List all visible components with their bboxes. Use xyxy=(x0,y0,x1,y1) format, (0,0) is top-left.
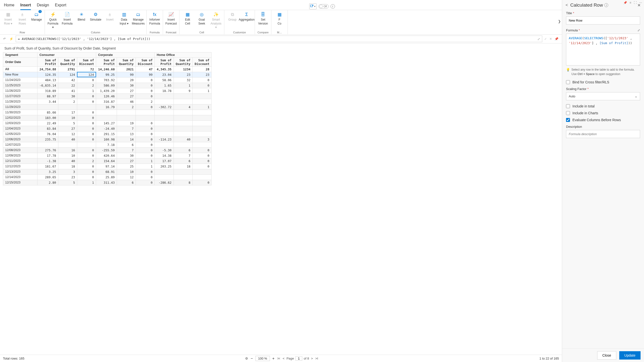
page-next[interactable]: > xyxy=(310,356,314,360)
bind-cross-filter-check[interactable]: Bind for Cross filter/RLS xyxy=(566,80,640,84)
header-seg-consumer: Consumer xyxy=(38,52,96,57)
ribbon-goal-seek[interactable]: ◎GoalSeek xyxy=(196,11,208,27)
formula-editor[interactable]: AVERAGE(SELECTROWS(['12/1/2023' , '12/14… xyxy=(566,34,640,66)
table-row[interactable]: 12/03/202322.4950145.27190 xyxy=(3,120,212,126)
tab-insert[interactable]: Insert xyxy=(20,2,31,10)
page-prev[interactable]: < xyxy=(282,356,285,360)
page-current-input[interactable] xyxy=(296,356,302,360)
tab-design[interactable]: Design xyxy=(37,2,49,10)
formula-text: AVERAGE(SELECTROWS(['12/1/2023' , '12/14… xyxy=(22,37,150,41)
table-row-all[interactable]: All24,754.8827917214,246.602021474,345.3… xyxy=(3,67,212,72)
ribbon-edit-cell[interactable]: ▦EditCell xyxy=(182,11,194,27)
scaling-select[interactable]: Auto ⌄ xyxy=(566,92,640,100)
header-measure: Sum ofProfit xyxy=(155,57,174,67)
ribbon-blend[interactable]: ✳Blend xyxy=(75,11,88,27)
mode-toggle[interactable]: Off xyxy=(318,4,328,9)
header-measure: Sum ofQuantity xyxy=(117,57,136,67)
title-input[interactable] xyxy=(566,17,640,25)
close-button[interactable]: Close xyxy=(597,351,616,359)
ribbon-insert-forecast[interactable]: 📈InsertForecast xyxy=(165,11,177,27)
formula-accept-icon[interactable]: ✓ xyxy=(544,37,547,41)
ribbon-group-forecast: Forecast xyxy=(166,31,176,34)
table-row[interactable]: 12/09/202317.78100420.6430014.3870 xyxy=(3,153,212,158)
formula-expand-icon[interactable]: ⤢ xyxy=(537,37,540,41)
total-rows-label: Total rows: 165 xyxy=(3,356,24,360)
formula-input[interactable]: = AVERAGE(SELECTROWS(['12/1/2023' , '12/… xyxy=(16,36,542,42)
data-table[interactable]: SegmentConsumerCorporateHome OfficeOrder… xyxy=(3,52,212,185)
table-row[interactable]: 12/12/2023181.6718097.14251203.25180 xyxy=(3,164,212,169)
table-row[interactable]: 11/27/202388.97300120.46270 xyxy=(3,94,212,99)
ribbon-set-version[interactable]: 🗄SetVersion xyxy=(257,11,269,27)
formula-cancel-icon[interactable]: ✕ xyxy=(549,37,552,41)
ribbon-scroll-right[interactable]: ❯ xyxy=(558,19,561,23)
table-row[interactable]: 12/07/20237.1860 xyxy=(3,142,212,147)
ribbon-data-input[interactable]: ▥DataInput ▾ xyxy=(118,11,130,27)
formula-prefix: = xyxy=(18,37,20,41)
description-input[interactable] xyxy=(566,130,640,138)
table-row[interactable]: 11/28/20233.4420316.87462 xyxy=(3,99,212,104)
ribbon-insert-formula[interactable]: 📄InsertFormula xyxy=(61,11,73,27)
page-last[interactable]: >I xyxy=(315,356,318,360)
main-tabs: HomeInsertDesignExport xyxy=(0,0,562,10)
panel-info-icon[interactable]: i xyxy=(604,3,608,7)
table-row[interactable]: 12/02/2023183.00100 xyxy=(3,115,212,120)
header-measure: Sum ofQuantity xyxy=(174,57,192,67)
settings-gear-icon[interactable]: ⚙ xyxy=(245,356,248,360)
info-icon[interactable]: i xyxy=(330,4,335,9)
ribbon-group: ⧉Group xyxy=(226,11,238,27)
table-row[interactable]: 11/25/2023-6,835.14222586.093001.6510 xyxy=(3,83,212,88)
panel-back-icon[interactable]: < xyxy=(566,3,568,7)
flash-icon[interactable]: ⚡ xyxy=(9,36,14,41)
pager: I< < Page of 8 > >I xyxy=(277,356,319,360)
ribbon-simulate[interactable]: ⚙Simulate xyxy=(90,11,102,27)
more-icon[interactable]: ⋯ xyxy=(639,1,642,5)
tab-home[interactable]: Home xyxy=(4,2,14,10)
ribbon-manage-measures[interactable]: 🗂ManageMeasures xyxy=(132,11,144,27)
table-row[interactable]: 12/14/2023289.6523025.89120 xyxy=(3,174,212,180)
table-row-new[interactable]: New Row124.3512412499.25999923.042323 xyxy=(3,72,212,77)
header-segment: Segment xyxy=(3,52,38,57)
undo-icon[interactable]: ↶ xyxy=(2,36,7,41)
formula-expand-icon[interactable]: ⤢ xyxy=(638,29,640,32)
table-row[interactable]: 12/15/20232.8051311.4360-286.6280 xyxy=(3,180,212,185)
update-button[interactable]: Update xyxy=(619,351,640,359)
pin-icon[interactable]: 📌 xyxy=(624,1,627,5)
table-row[interactable]: 12/11/2023-1.38402154.6427117.0760 xyxy=(3,158,212,164)
ribbon-inforiver-formula[interactable]: fxInforiverFormula xyxy=(148,11,161,27)
visual-mode-dropdown[interactable]: ▾ xyxy=(309,4,316,9)
ribbon-manage-rows[interactable]: 🗂Manage 1 xyxy=(30,11,43,27)
ribbon-group-column: Column xyxy=(91,31,100,34)
table-row[interactable]: 11/30/202385.66170 xyxy=(3,110,212,115)
calculated-row-panel: < Calculated Row i ✕ Title* Formula * ⤢ … xyxy=(562,0,644,362)
include-charts-check[interactable]: Include in Charts xyxy=(566,111,640,115)
formula-hint: 💡 Select any row in the table to add to … xyxy=(566,68,640,76)
zoom-in[interactable]: + xyxy=(272,356,274,361)
header-measure: Sum ofDiscount xyxy=(77,57,96,67)
ribbon-aggregation[interactable]: ΣAggregation xyxy=(240,11,253,27)
table-row[interactable]: 12/06/2023235.75400160.98140-114.23403 xyxy=(3,137,212,142)
ribbon-quick-formula[interactable]: ⚡QuickFormula ▾ xyxy=(47,11,59,31)
page-label: Page xyxy=(286,356,294,360)
table-row[interactable]: 12/04/202383.84270-24.4070 xyxy=(3,126,212,131)
ribbon-more-co[interactable]: ▦FCo xyxy=(273,11,286,27)
table-row[interactable]: 11/24/2023484.13420703.9220058.06320 xyxy=(3,77,212,83)
tab-export[interactable]: Export xyxy=(55,2,66,10)
ribbon-group-row: Row xyxy=(20,31,25,34)
ribbon-smart-analysis: ✨SmartAnalysis ▾ xyxy=(210,11,222,31)
table-row[interactable]: 11/29/202316.7920-302.7241 xyxy=(3,104,212,110)
formula-pin-icon[interactable]: 📌 xyxy=(554,37,558,41)
expand-icon[interactable]: ⛶ xyxy=(634,1,637,5)
table-row[interactable]: 12/13/20233.253068.91100 xyxy=(3,169,212,174)
table-row[interactable]: 12/08/2023275.76160-255.5970-5.3060 xyxy=(3,147,212,153)
header-measure: Sum ofDiscount xyxy=(136,57,155,67)
include-total-check[interactable]: Include in total xyxy=(566,104,640,108)
ribbon-group-formula: Formula xyxy=(150,31,160,34)
toggle-label: Off xyxy=(324,5,327,8)
evaluate-columns-check[interactable]: Evaluate Columns Before Rows xyxy=(566,118,640,122)
table-row[interactable]: 11/26/2023318.894111,439.2027018.7891 xyxy=(3,88,212,94)
page-first[interactable]: I< xyxy=(277,356,281,360)
table-row[interactable]: 12/05/202376.04120291.15130 xyxy=(3,131,212,137)
zoom-out[interactable]: − xyxy=(250,356,253,361)
ribbon-group-customize: Customize xyxy=(233,31,246,34)
filter-icon[interactable]: ≡ xyxy=(630,1,631,5)
